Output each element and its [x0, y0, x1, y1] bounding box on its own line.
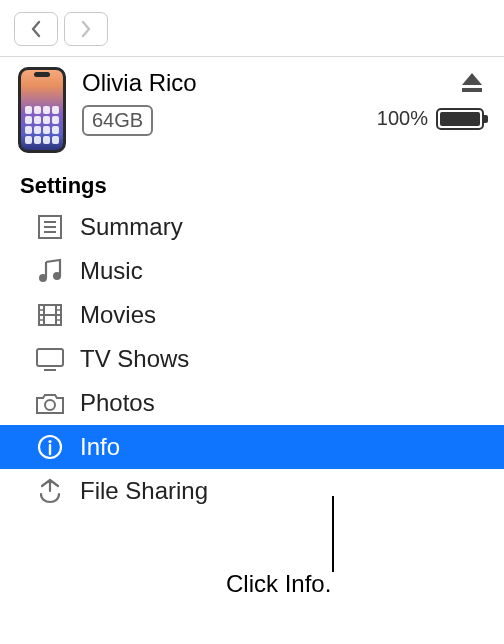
music-icon	[34, 255, 66, 287]
sidebar-item-label: TV Shows	[80, 345, 189, 373]
svg-rect-16	[37, 349, 63, 366]
svg-point-20	[48, 440, 51, 443]
chevron-left-icon	[29, 20, 43, 38]
device-thumbnail	[18, 67, 66, 153]
movies-icon	[34, 299, 66, 331]
sidebar-item-photos[interactable]: Photos	[0, 381, 504, 425]
sidebar-item-label: Photos	[80, 389, 155, 417]
device-name: Olivia Rico	[82, 69, 361, 97]
settings-heading: Settings	[0, 161, 504, 205]
battery-percent-text: 100%	[377, 107, 428, 130]
filesharing-icon	[34, 475, 66, 507]
info-icon	[34, 431, 66, 463]
callout-line	[332, 496, 334, 572]
toolbar	[0, 0, 504, 57]
callout-text: Click Info.	[226, 570, 331, 598]
storage-badge: 64GB	[82, 105, 153, 136]
sidebar-item-info[interactable]: Info	[0, 425, 504, 469]
sidebar-item-filesharing[interactable]: File Sharing	[0, 469, 504, 513]
svg-point-18	[45, 400, 55, 410]
sidebar-item-label: Info	[80, 433, 120, 461]
svg-rect-0	[462, 88, 482, 92]
sidebar-item-label: Music	[80, 257, 143, 285]
summary-icon	[34, 211, 66, 243]
sidebar-item-tvshows[interactable]: TV Shows	[0, 337, 504, 381]
device-header: Olivia Rico 64GB 100%	[0, 57, 504, 161]
back-button[interactable]	[14, 12, 58, 46]
battery-icon	[436, 108, 484, 130]
forward-button[interactable]	[64, 12, 108, 46]
eject-icon[interactable]	[460, 71, 484, 93]
sidebar-item-summary[interactable]: Summary	[0, 205, 504, 249]
settings-list: Summary Music Movies TV Shows Photos Inf…	[0, 205, 504, 513]
sidebar-item-music[interactable]: Music	[0, 249, 504, 293]
photos-icon	[34, 387, 66, 419]
tv-icon	[34, 343, 66, 375]
battery-status: 100%	[377, 107, 484, 130]
sidebar-item-movies[interactable]: Movies	[0, 293, 504, 337]
chevron-right-icon	[79, 20, 93, 38]
sidebar-item-label: Summary	[80, 213, 183, 241]
sidebar-item-label: File Sharing	[80, 477, 208, 505]
sidebar-item-label: Movies	[80, 301, 156, 329]
svg-point-6	[53, 272, 61, 280]
